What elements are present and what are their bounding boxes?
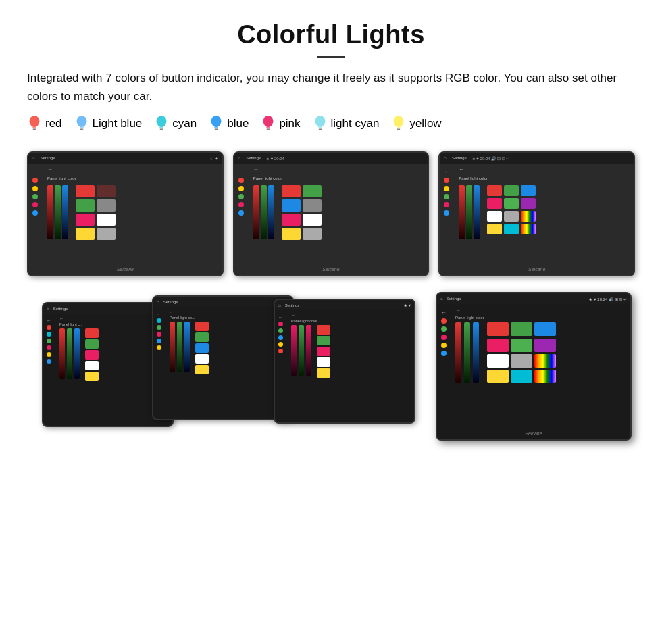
color-item-red: red bbox=[27, 115, 62, 132]
sw6-p bbox=[317, 347, 330, 356]
bar-green-1 bbox=[55, 185, 61, 239]
sw7-pu bbox=[534, 339, 556, 352]
sidebar-back-1: ← bbox=[32, 169, 45, 175]
sw4-p bbox=[85, 350, 99, 360]
topbar-icons-6: ◈ ♥ bbox=[404, 303, 411, 307]
dot-p-6 bbox=[278, 322, 283, 326]
topbar-icon-home-1: ⌂ bbox=[32, 156, 35, 160]
label-7: Panel light color bbox=[455, 316, 626, 320]
bar-red-2 bbox=[253, 185, 259, 239]
dot-r-6 bbox=[278, 349, 283, 353]
color-label-pink: pink bbox=[279, 117, 300, 130]
panel-label-2: Panel light color bbox=[253, 176, 424, 180]
bulb-icon-pink bbox=[261, 115, 276, 132]
topbar-label-6: Settings bbox=[285, 303, 300, 307]
svg-rect-11 bbox=[215, 129, 218, 130]
rgb-bars-3 bbox=[459, 185, 480, 272]
screen-topbar-1: ⌂ Settings ☾ ✦ bbox=[28, 153, 222, 164]
sidebar-dot-green-3 bbox=[444, 194, 449, 199]
svg-rect-4 bbox=[80, 126, 84, 129]
color-bars-area-3 bbox=[459, 185, 630, 272]
bar-red-1 bbox=[47, 185, 53, 239]
rgb-bars-1 bbox=[47, 185, 68, 272]
sw6-g bbox=[317, 336, 330, 345]
topbar-settings-1: Settings bbox=[41, 156, 55, 160]
bar-g-6 bbox=[299, 325, 304, 376]
swatch-2-blue bbox=[282, 199, 301, 212]
dot-c-4 bbox=[47, 332, 51, 337]
rgb-bars-2 bbox=[253, 185, 274, 272]
top-screenshots-row: ⌂ Settings ☾ ✦ ← ← bbox=[27, 151, 635, 276]
swatches-4 bbox=[85, 328, 99, 381]
sidebar-dot-green-1 bbox=[32, 194, 38, 199]
bar-g-5 bbox=[177, 322, 182, 372]
bar-pink-6 bbox=[291, 325, 297, 376]
svg-rect-2 bbox=[33, 129, 36, 130]
swatch-3-purple bbox=[521, 198, 536, 209]
svg-rect-8 bbox=[160, 129, 163, 130]
svg-point-3 bbox=[76, 116, 86, 127]
swatch-3-rainbow bbox=[521, 211, 536, 222]
bars-area-5 bbox=[170, 322, 289, 374]
color-label-cyan: cyan bbox=[172, 117, 197, 130]
sidebar-dot-blue-3 bbox=[444, 210, 449, 216]
topbar-time-7: ◈ ♥ 20:24 🔊 ⊞ ⊟ ↩ bbox=[589, 297, 627, 301]
color-grid-3 bbox=[487, 185, 536, 272]
device-screen-3: ⌂ Settings ◈ ♥ 20:24 🔊 ⊞ ⊟ ↩ ← ← bbox=[438, 151, 635, 276]
color-item-yellow: yellow bbox=[391, 115, 441, 132]
bar-b-4 bbox=[74, 328, 80, 379]
screen-inner-3: ⌂ Settings ◈ ♥ 20:24 🔊 ⊞ ⊟ ↩ ← ← bbox=[440, 153, 634, 275]
sidebar-back-3: ← bbox=[444, 169, 456, 175]
sw7-cy bbox=[511, 370, 532, 383]
sw7-si bbox=[511, 354, 532, 368]
dot-y-4 bbox=[47, 352, 51, 357]
swatch-3-cyan bbox=[504, 224, 519, 234]
sidebar-6: ← bbox=[278, 313, 289, 420]
bar-r-4 bbox=[59, 328, 65, 379]
back-5: ← bbox=[170, 309, 289, 314]
dot-b-7 bbox=[441, 351, 447, 356]
sidebar-dot-pink-1 bbox=[32, 202, 38, 207]
dot-r-4 bbox=[47, 325, 51, 330]
content-5: ← Panel light co... bbox=[170, 309, 289, 416]
swatch-3-rainbow2 bbox=[521, 224, 536, 234]
svg-rect-1 bbox=[32, 126, 36, 129]
sidebar-dot-pink-3 bbox=[444, 202, 449, 207]
sw5-b bbox=[195, 343, 209, 353]
screen-content-2: ← Panel light color bbox=[253, 166, 424, 272]
topbar-time-2: ◈ ♥ 20:24 bbox=[266, 156, 284, 161]
bar-green-2 bbox=[261, 185, 267, 239]
topbar-icons-3: ◈ ♥ 20:24 🔊 ⊞ ⊟ ↩ bbox=[472, 156, 510, 161]
dot-g-5 bbox=[157, 325, 161, 330]
screen-content-1: ← Panel light color bbox=[47, 166, 218, 272]
sidebar-5: ← bbox=[157, 309, 168, 416]
color-label-blue: blue bbox=[227, 117, 249, 130]
screen-topbar-5: ⌂ Settings ◈ ♥ bbox=[153, 297, 292, 307]
swatch-2-white bbox=[303, 214, 322, 226]
screen-sidebar-2: ← bbox=[238, 166, 251, 272]
swatch-1-white bbox=[97, 214, 116, 226]
svg-rect-5 bbox=[80, 129, 83, 130]
page-title: Colorful Lights bbox=[27, 20, 635, 49]
color-item-cyan: cyan bbox=[154, 115, 197, 132]
swatch-1-grey bbox=[97, 199, 116, 212]
color-grid-2 bbox=[282, 185, 322, 272]
screen-topbar-3: ⌂ Settings ◈ ♥ 20:24 🔊 ⊞ ⊟ ↩ bbox=[440, 153, 634, 164]
swatch-3-silver bbox=[504, 211, 519, 222]
dot-y-5 bbox=[157, 345, 161, 350]
swatch-3-green bbox=[504, 185, 519, 196]
device-screen-6: ⌂ Settings ◈ ♥ ← ← Panel light color bbox=[274, 299, 415, 424]
back-arrow-3: ← bbox=[459, 166, 630, 172]
dot-r-7 bbox=[441, 318, 447, 324]
dot-b-4 bbox=[47, 359, 51, 364]
color-item-light-cyan: light cyan bbox=[313, 115, 380, 132]
sw7-rb2 bbox=[534, 370, 556, 383]
dot-g-7 bbox=[441, 326, 447, 332]
watermark-1: Seicane bbox=[117, 267, 134, 272]
svg-point-12 bbox=[263, 116, 274, 127]
swatch-1-pink bbox=[76, 214, 95, 226]
swatch-2-green bbox=[303, 185, 322, 197]
swatch-1-red bbox=[76, 185, 95, 197]
color-bars-area-2 bbox=[253, 185, 424, 272]
dot-b-5 bbox=[157, 339, 161, 343]
